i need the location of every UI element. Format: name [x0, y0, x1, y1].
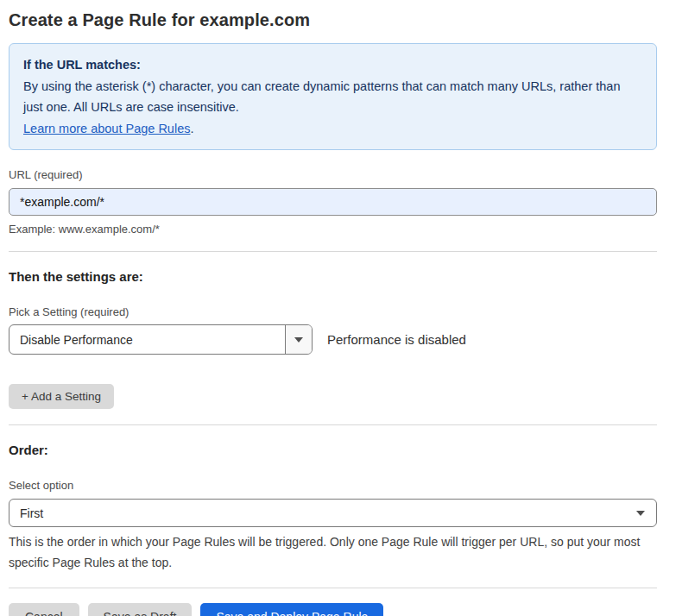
callout-heading: If the URL matches:	[23, 54, 642, 76]
order-select-label: Select option	[9, 479, 657, 492]
url-input[interactable]	[9, 188, 657, 216]
add-setting-button[interactable]: + Add a Setting	[9, 384, 114, 409]
pick-setting-select-arrow-cell[interactable]	[285, 325, 312, 354]
callout-link-line: Learn more about Page Rules.	[23, 118, 642, 140]
url-match-info-callout: If the URL matches: By using the asteris…	[9, 43, 657, 150]
settings-section-heading: Then the settings are:	[9, 269, 657, 284]
callout-body: By using the asterisk (*) character, you…	[23, 76, 642, 118]
save-and-deploy-button[interactable]: Save and Deploy Page Rule	[200, 603, 383, 616]
divider	[9, 588, 657, 588]
learn-more-page-rules-link[interactable]: Learn more about Page Rules	[23, 122, 190, 135]
chevron-down-icon	[294, 337, 303, 343]
footer-actions: Cancel Save as Draft Save and Deploy Pag…	[9, 603, 657, 616]
setting-row: Disable Performance Performance is disab…	[9, 324, 657, 355]
divider	[9, 251, 657, 252]
page-title: Create a Page Rule for example.com	[9, 10, 657, 30]
pick-setting-select[interactable]: Disable Performance	[9, 324, 313, 355]
setting-status-text: Performance is disabled	[327, 332, 466, 347]
order-help-text: This is the order in which your Page Rul…	[9, 531, 657, 573]
callout-link-suffix: .	[190, 122, 193, 135]
pick-setting-selected-value: Disable Performance	[9, 325, 285, 354]
chevron-down-icon	[636, 511, 645, 516]
cancel-button[interactable]: Cancel	[9, 603, 79, 616]
order-selected-value: First	[20, 506, 43, 520]
order-section-heading: Order:	[9, 443, 657, 457]
save-as-draft-button[interactable]: Save as Draft	[88, 603, 193, 616]
url-field-label: URL (required)	[9, 168, 657, 181]
url-example-text: Example: www.example.com/*	[9, 223, 657, 236]
create-page-rule-page: Create a Page Rule for example.com If th…	[0, 0, 657, 616]
order-select[interactable]: First	[9, 499, 657, 527]
pick-setting-label: Pick a Setting (required)	[9, 305, 657, 318]
divider	[9, 424, 657, 425]
